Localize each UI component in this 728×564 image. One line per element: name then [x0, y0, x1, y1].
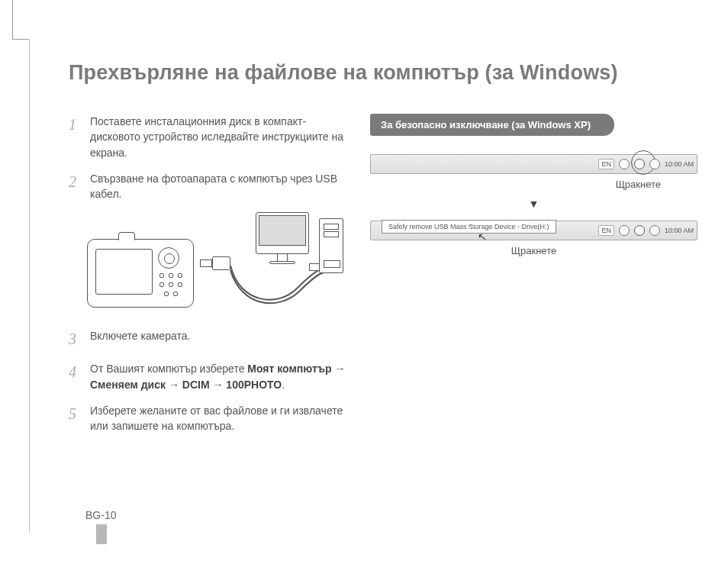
click-label-2: Щракнете — [370, 245, 697, 256]
step-4-post: . — [282, 379, 285, 391]
cursor-icon: ↖ — [477, 230, 488, 243]
clock: 10:00 AM — [665, 160, 694, 168]
step-number: 1 — [69, 114, 82, 160]
step-text: Свързване на фотоапарата с компютър чрез… — [90, 171, 347, 202]
step-number: 2 — [69, 171, 82, 202]
safely-remove-icon — [634, 159, 645, 169]
step-1: 1 Поставете инсталационния диск в компак… — [69, 114, 347, 160]
step-text: Изберете желаните от вас файлове и ги из… — [90, 403, 347, 434]
step-number: 3 — [69, 328, 82, 350]
down-arrow-icon: ▼ — [370, 198, 697, 210]
page-tab-marker — [96, 524, 107, 544]
tray-generic-icon — [649, 225, 660, 236]
callout-heading: За безопасно изключване (за Windows XP) — [370, 114, 614, 136]
step-number: 5 — [69, 403, 82, 434]
tray-generic-icon — [649, 159, 660, 169]
language-indicator: EN — [598, 159, 614, 169]
step-5: 5 Изберете желаните от вас файлове и ги … — [69, 403, 347, 434]
step-text: Включете камерата. — [90, 328, 347, 350]
step-text: Поставете инсталационния диск в компакт-… — [90, 114, 347, 160]
step-number: 4 — [69, 361, 82, 392]
manual-page: Прехвърляне на файлове на компютър (за W… — [0, 0, 728, 564]
margin-rule — [29, 40, 30, 532]
tray-generic-icon — [619, 159, 630, 169]
taskbar-1: EN 10:00 AM — [370, 154, 697, 174]
page-title: Прехвърляне на файлове на компютър (за W… — [69, 61, 697, 85]
taskbar-2: Safely remove USB Mass Storage Device - … — [370, 221, 697, 240]
crop-mark — [12, 0, 29, 40]
system-tray: EN 10:00 AM — [598, 223, 694, 238]
system-tray: EN 10:00 AM — [598, 156, 694, 172]
computer-icon — [256, 212, 347, 296]
connection-diagram — [87, 212, 347, 311]
step-4-pre: От Вашият компютър изберете — [90, 363, 244, 375]
safely-remove-icon — [634, 225, 645, 236]
page-content: Прехвърляне на файлове на компютър (за W… — [69, 61, 697, 445]
steps-column: 1 Поставете инсталационния диск в компак… — [69, 114, 347, 445]
step-3: 3 Включете камерата. — [69, 328, 347, 350]
step-text: От Вашият компютър изберете Моят компютъ… — [90, 361, 347, 392]
click-label-1: Щракнете — [370, 179, 697, 190]
tray-generic-icon — [619, 225, 630, 236]
camera-icon — [87, 239, 194, 308]
step-2: 2 Свързване на фотоапарата с компютър чр… — [69, 171, 347, 202]
safely-remove-tooltip: Safely remove USB Mass Storage Device - … — [382, 220, 556, 234]
step-4: 4 От Вашият компютър изберете Моят компю… — [69, 361, 347, 392]
language-indicator: EN — [598, 225, 614, 236]
page-number: BG-10 — [85, 509, 116, 521]
safe-removal-column: За безопасно изключване (за Windows XP) … — [370, 114, 697, 445]
clock: 10:00 AM — [665, 227, 694, 234]
